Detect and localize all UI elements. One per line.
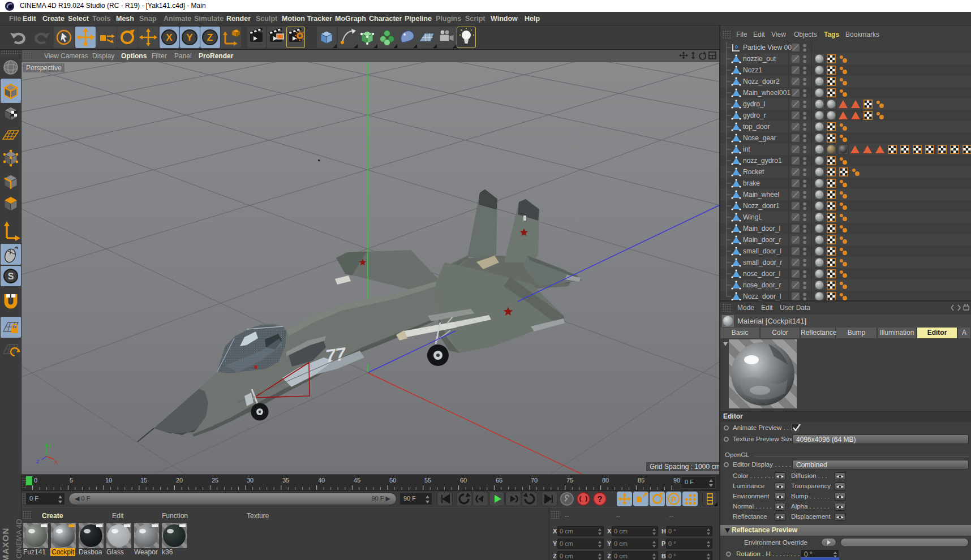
svg-text:int: int (743, 145, 750, 153)
svg-text:Main_wheel: Main_wheel (743, 191, 779, 199)
svg-text:Main_door_l: Main_door_l (743, 225, 780, 232)
svg-text:0: 0 (735, 44, 738, 50)
svg-text:small_door_r: small_door_r (743, 259, 782, 266)
svg-text:X: X (54, 459, 58, 465)
svg-text:brake: brake (743, 179, 760, 187)
svg-text:Z: Z (36, 459, 40, 464)
svg-text:Main_wheel001: Main_wheel001 (743, 89, 790, 97)
svg-text:P: P (671, 495, 676, 503)
svg-text:nozzle_out: nozzle_out (743, 55, 776, 63)
svg-text:gydro_l: gydro_l (743, 100, 765, 108)
svg-text:nose_door_l: nose_door_l (743, 270, 780, 278)
svg-text:nozz_gydro1: nozz_gydro1 (743, 157, 782, 165)
svg-text:Y: Y (49, 443, 52, 449)
svg-text:Nozz_door_l: Nozz_door_l (743, 292, 781, 300)
svg-text:?: ? (598, 494, 603, 503)
svg-text:Main_door_r: Main_door_r (743, 236, 781, 244)
svg-text:Nozz_door1: Nozz_door1 (743, 202, 780, 210)
svg-text:S: S (8, 272, 14, 281)
svg-text:Z: Z (207, 32, 213, 43)
svg-text:Rocket: Rocket (743, 168, 764, 176)
svg-text:Nozz_door2: Nozz_door2 (743, 77, 780, 85)
svg-text:WingL: WingL (743, 213, 762, 221)
svg-text:Particle View 001: Particle View 001 (743, 44, 796, 51)
svg-text:Nozz1: Nozz1 (743, 66, 762, 74)
svg-text:top_door: top_door (743, 123, 770, 131)
svg-text:nose_door_r: nose_door_r (743, 281, 781, 289)
svg-text:Y: Y (186, 32, 193, 43)
svg-text:Nose_gear: Nose_gear (743, 134, 776, 142)
svg-text:X: X (166, 32, 173, 43)
svg-text:small_door_l: small_door_l (743, 247, 781, 255)
svg-text:gydro_r: gydro_r (743, 111, 766, 119)
